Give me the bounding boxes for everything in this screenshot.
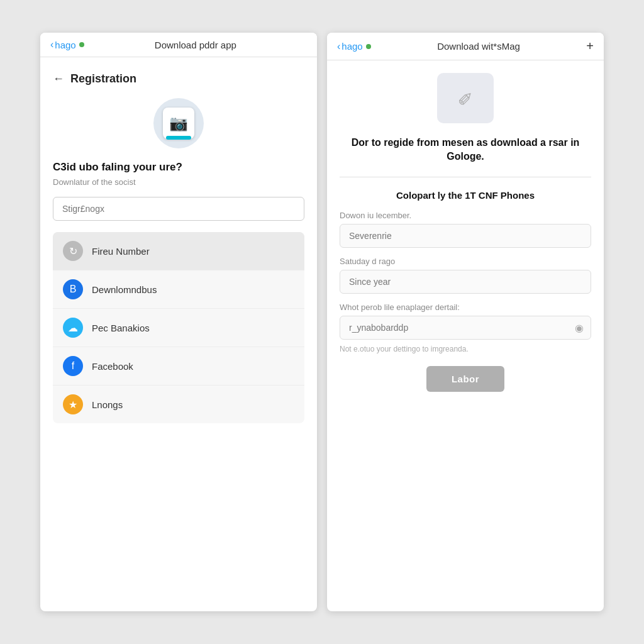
page-back-arrow-icon[interactable]: ← (53, 72, 64, 86)
username-input[interactable] (53, 197, 304, 221)
left-nav-back-label: hago (55, 40, 75, 50)
left-nav-bar: ‹ hago Download pddr app (40, 33, 317, 57)
option-icon-facebook: f (63, 356, 83, 376)
field-input-1[interactable] (340, 224, 591, 248)
right-nav-back[interactable]: ‹ hago (337, 41, 371, 52)
right-nav-bar: ‹ hago Download wit*sMag + (327, 33, 604, 60)
option-label-lnongs: Lnongs (92, 399, 123, 410)
question-subtitle: Downlatur of the socist (53, 177, 304, 187)
left-nav-back[interactable]: ‹ hago (50, 39, 84, 50)
camera-icon: 📷 (169, 114, 188, 132)
option-label-fireu: Fireu Number (92, 246, 150, 257)
left-chevron-icon: ‹ (50, 39, 53, 50)
option-label-facebook: Facebook (92, 361, 133, 372)
options-list: ↻ Fireu Number B Dewnlomndbus ☁ Pec Bana… (53, 232, 304, 423)
right-phone-panel: ‹ hago Download wit*sMag + ✏ Dor to regi… (327, 33, 604, 611)
divider (340, 177, 591, 177)
page-header: ← Registration (53, 72, 304, 86)
left-nav-title: Download pddr app (84, 40, 307, 50)
hint-text: Not e.otuo your dettingo to imgreanda. (340, 345, 591, 353)
main-description: Dor to regide from mesen as download a r… (340, 136, 591, 164)
right-nav-dot (366, 44, 371, 49)
avatar-inner: 📷 (163, 108, 194, 139)
option-item-pec[interactable]: ☁ Pec Banakios (53, 309, 304, 347)
password-input[interactable] (340, 316, 591, 340)
field-input-2[interactable] (340, 270, 591, 294)
option-item-lnongs[interactable]: ★ Lnongs (53, 386, 304, 423)
field-label-1: Dowon iu lecember. (340, 211, 591, 220)
left-content-area: ← Registration 📷 C3id ubo faling your ur… (40, 57, 317, 611)
option-icon-dewnlomndbus: B (63, 279, 83, 299)
right-nav-back-label: hago (341, 41, 362, 52)
right-content-area: ✏ Dor to regide from mesen as download a… (327, 60, 604, 611)
left-phone-panel: ‹ hago Download pddr app ← Registration … (40, 33, 317, 611)
avatar-icon-circle: 📷 (153, 98, 204, 148)
option-icon-fireu: ↻ (63, 241, 83, 261)
left-nav-dot (79, 42, 84, 47)
right-nav-add-button[interactable]: + (586, 39, 594, 53)
right-nav-title: Download wit*sMag (371, 41, 587, 52)
right-chevron-icon: ‹ (337, 41, 340, 52)
option-item-fireu[interactable]: ↻ Fireu Number (53, 232, 304, 270)
eye-icon[interactable]: ◉ (575, 321, 584, 333)
right-top-icon: ✏ (437, 73, 494, 123)
field-label-2: Satuday d rago (340, 257, 591, 266)
page-title: Registration (70, 72, 136, 86)
option-item-facebook[interactable]: f Facebook (53, 347, 304, 386)
option-icon-pec: ☁ (63, 318, 83, 338)
section-title: Colopart ly the 1T CNF Phones (340, 190, 591, 201)
option-icon-lnongs: ★ (63, 394, 83, 414)
option-label-pec: Pec Banakios (92, 323, 150, 333)
teal-bar (166, 136, 191, 140)
option-item-dewnlomndbus[interactable]: B Dewnlomndbus (53, 270, 304, 309)
password-wrapper: ◉ (340, 316, 591, 340)
option-label-dewnlomndbus: Dewnlomndbus (92, 284, 157, 295)
question-heading: C3id ubo faling your ure? (53, 161, 304, 174)
submit-button[interactable]: Labor (426, 366, 504, 392)
pencil-icon: ✏ (452, 85, 479, 111)
field-label-3: Whot perob lile enaplager dertail: (340, 303, 591, 312)
